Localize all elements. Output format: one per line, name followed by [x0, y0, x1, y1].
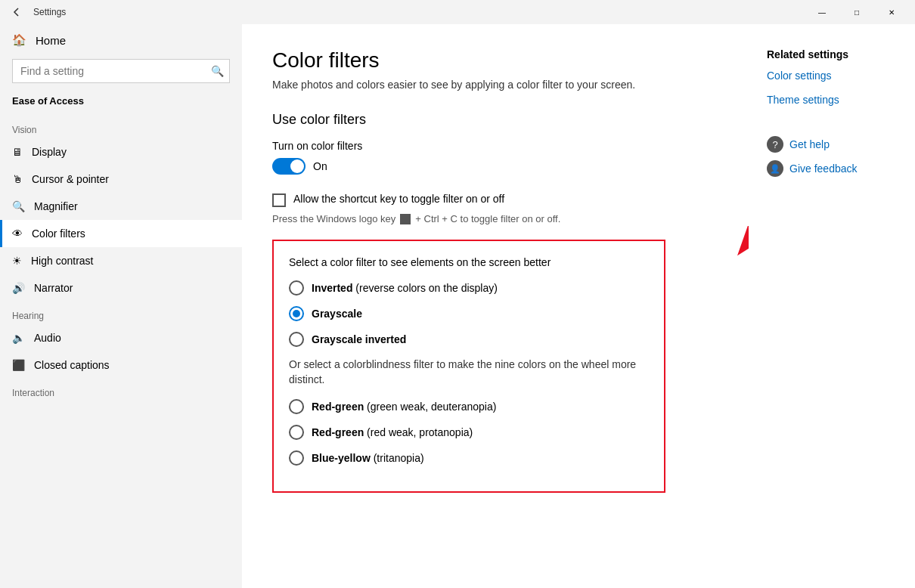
sidebar-item-display[interactable]: 🖥 Display: [0, 138, 242, 166]
filter-box-title: Select a color filter to see elements on…: [289, 256, 649, 268]
search-input[interactable]: [12, 59, 230, 83]
maximize-button[interactable]: □: [839, 0, 874, 24]
sidebar-item-colorfilters[interactable]: 👁 Color filters: [0, 220, 242, 247]
radio-grayscale[interactable]: Grayscale: [289, 306, 649, 321]
page-description: Make photos and colors easier to see by …: [272, 79, 650, 91]
highcontrast-label: High contrast: [31, 255, 93, 267]
sidebar-item-highcontrast[interactable]: ☀ High contrast: [0, 247, 242, 274]
toggle-label: Turn on color filters: [272, 140, 362, 152]
window-controls: — □ ✕: [805, 0, 909, 24]
home-button[interactable]: 🏠 Home: [0, 24, 242, 56]
audio-icon: 🔈: [12, 332, 25, 344]
display-icon: 🖥: [12, 146, 23, 158]
radio-red-green-pro[interactable]: Red-green (red weak, protanopia): [289, 425, 649, 440]
shortcut-checkbox-label: Allow the shortcut key to toggle filter …: [293, 193, 504, 205]
main-content: Color filters Make photos and colors eas…: [242, 24, 749, 588]
related-settings-title: Related settings: [767, 48, 897, 60]
get-help-icon: ?: [767, 136, 783, 153]
theme-settings-link[interactable]: Theme settings: [767, 94, 897, 106]
sidebar-item-magnifier[interactable]: 🔍 Magnifier: [0, 193, 242, 220]
cursor-icon: 🖱: [12, 173, 23, 185]
radio-grayscale-label: Grayscale: [312, 308, 362, 320]
radio-blue-yellow-circle: [289, 450, 304, 466]
narrator-label: Narrator: [34, 282, 73, 294]
colorfilters-label: Color filters: [32, 227, 85, 240]
captions-label: Closed captions: [34, 359, 110, 371]
radio-grayscale-inverted-label: Grayscale inverted: [312, 333, 406, 345]
window-title: Settings: [33, 7, 66, 17]
radio-red-green-deu[interactable]: Red-green (green weak, deuteranopia): [289, 399, 649, 414]
give-feedback-item[interactable]: 👤 Give feedback: [767, 160, 897, 177]
home-label: Home: [36, 34, 66, 47]
shortcut-note: Press the Windows logo key + Ctrl + C to…: [272, 213, 718, 224]
back-button[interactable]: [6, 2, 27, 23]
captions-icon: ⬛: [12, 359, 25, 371]
radio-grayscale-circle: [289, 306, 304, 321]
right-panel: Related settings Color settings Theme se…: [749, 24, 915, 588]
radio-blue-yellow[interactable]: Blue-yellow (tritanopia): [289, 450, 649, 466]
sidebar-item-cursor[interactable]: 🖱 Cursor & pointer: [0, 166, 242, 193]
magnifier-label: Magnifier: [34, 200, 78, 212]
sidebar-item-captions[interactable]: ⬛ Closed captions: [0, 351, 242, 379]
vision-group-label: Vision: [0, 116, 242, 138]
hearing-group-label: Hearing: [0, 302, 242, 324]
radio-red-green-pro-circle: [289, 425, 304, 440]
highcontrast-icon: ☀: [12, 255, 22, 267]
filter-section: Select a color filter to see elements on…: [272, 240, 718, 493]
section-title: Use color filters: [272, 112, 718, 128]
get-help-item[interactable]: ? Get help: [767, 136, 897, 153]
toggle-row: Turn on color filters: [272, 140, 718, 152]
page-title: Color filters: [272, 48, 718, 73]
minimize-button[interactable]: —: [805, 0, 839, 24]
radio-inverted-label: Inverted (reverse colors on the display): [312, 282, 498, 294]
filter-selection-box: Select a color filter to see elements on…: [272, 240, 665, 493]
toggle-state-label: On: [313, 160, 327, 172]
color-settings-link[interactable]: Color settings: [767, 70, 897, 82]
search-container: 🔍: [12, 59, 230, 83]
radio-inverted[interactable]: Inverted (reverse colors on the display): [289, 280, 649, 296]
radio-red-green-deu-label: Red-green (green weak, deuteranopia): [312, 401, 496, 413]
toggle-control-row: On: [272, 158, 718, 175]
radio-grayscale-inverted-circle: [289, 332, 304, 347]
give-feedback-label: Give feedback: [789, 162, 858, 175]
audio-label: Audio: [34, 332, 61, 344]
radio-blue-yellow-label: Blue-yellow (tritanopia): [312, 452, 424, 464]
get-help-label: Get help: [789, 138, 830, 150]
settings-window: Settings — □ ✕ 🏠 Home 🔍 Ease of Access V…: [0, 0, 915, 588]
magnifier-icon: 🔍: [12, 200, 25, 212]
radio-red-green-deu-circle: [289, 399, 304, 414]
sidebar-item-narrator[interactable]: 🔊 Narrator: [0, 274, 242, 302]
title-bar: Settings — □ ✕: [0, 0, 915, 24]
search-icon: 🔍: [211, 65, 224, 77]
shortcut-checkbox[interactable]: [272, 193, 286, 207]
shortcut-checkbox-row: Allow the shortcut key to toggle filter …: [272, 193, 718, 207]
colorblind-note: Or select a colorblindness filter to mak…: [289, 357, 649, 387]
interaction-group-label: Interaction: [0, 379, 242, 401]
display-label: Display: [32, 146, 67, 158]
main-layout: 🏠 Home 🔍 Ease of Access Vision 🖥 Display…: [0, 24, 915, 588]
breadcrumb: Ease of Access: [0, 92, 242, 116]
cursor-label: Cursor & pointer: [32, 173, 109, 185]
close-button[interactable]: ✕: [874, 0, 909, 24]
give-feedback-icon: 👤: [767, 160, 783, 177]
narrator-icon: 🔊: [12, 282, 25, 294]
windows-key-icon: [400, 214, 411, 224]
radio-red-green-pro-label: Red-green (red weak, protanopia): [312, 426, 473, 438]
sidebar: 🏠 Home 🔍 Ease of Access Vision 🖥 Display…: [0, 24, 242, 588]
colorfilters-icon: 👁: [12, 227, 23, 240]
home-icon: 🏠: [12, 33, 26, 47]
radio-inverted-circle: [289, 280, 304, 296]
radio-grayscale-inverted[interactable]: Grayscale inverted: [289, 332, 649, 347]
sidebar-item-audio[interactable]: 🔈 Audio: [0, 324, 242, 351]
color-filter-toggle[interactable]: [272, 158, 306, 175]
